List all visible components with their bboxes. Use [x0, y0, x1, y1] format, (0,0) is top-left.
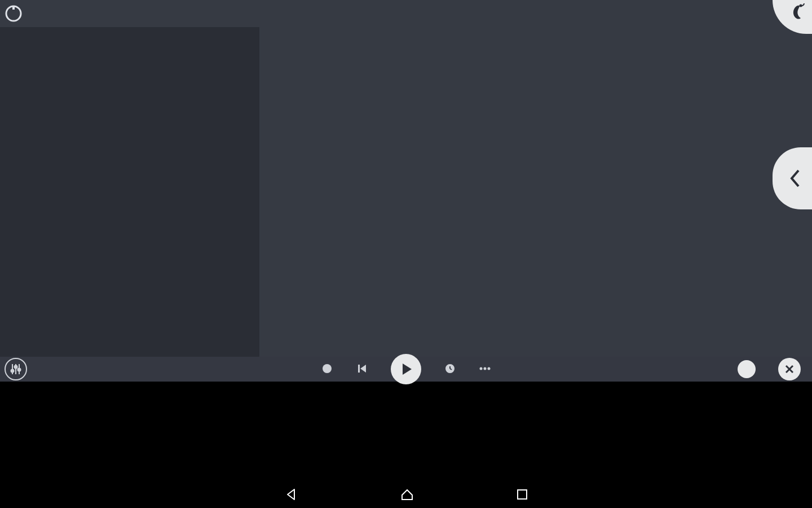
close-button[interactable] [778, 358, 801, 380]
recents-icon[interactable] [516, 488, 528, 503]
svg-point-15 [488, 367, 491, 370]
app-root [0, 0, 812, 508]
rewind-button[interactable] [356, 362, 368, 376]
svg-rect-11 [358, 365, 360, 373]
svg-point-8 [15, 366, 17, 369]
svg-rect-18 [518, 490, 527, 499]
piano-keyboard[interactable] [0, 382, 812, 483]
play-button[interactable] [391, 354, 421, 384]
svg-point-7 [11, 370, 14, 373]
top-bar [0, 0, 812, 27]
android-nav-bar [0, 483, 812, 508]
mixer-button[interactable] [5, 358, 27, 380]
record-button[interactable] [321, 362, 333, 376]
clip-timeline[interactable] [259, 27, 812, 357]
svg-point-13 [480, 367, 483, 370]
undo-button[interactable] [738, 360, 756, 378]
tempo-button[interactable] [444, 362, 456, 376]
drawer-handle[interactable] [773, 147, 812, 209]
control-button[interactable] [479, 362, 491, 376]
track-header-panel [0, 27, 259, 357]
svg-point-10 [323, 364, 332, 373]
transport-bar [0, 357, 812, 382]
menu-icon[interactable] [0, 0, 27, 27]
svg-point-14 [484, 367, 487, 370]
svg-rect-2 [12, 6, 15, 10]
back-icon[interactable] [284, 487, 298, 504]
markers-strip [259, 0, 812, 27]
home-icon[interactable] [400, 487, 414, 504]
svg-point-9 [18, 369, 21, 371]
